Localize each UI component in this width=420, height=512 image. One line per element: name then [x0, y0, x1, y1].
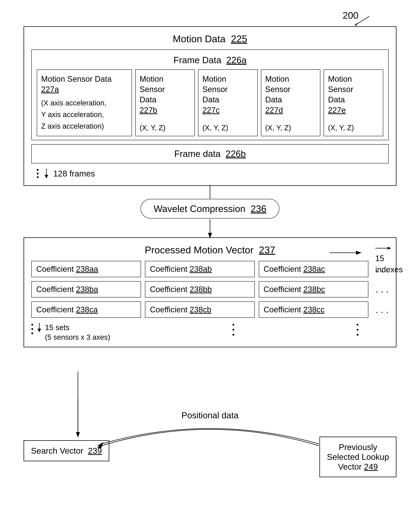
- coeff-cb: Coefficient 238cb: [145, 302, 255, 318]
- coeff-cc: Coefficient 238cc: [259, 302, 368, 318]
- coeff-bb: Coefficient 238bb: [145, 281, 255, 297]
- frame-data-b-ref: 226b: [225, 149, 246, 159]
- positional-data-label: Positional data: [181, 410, 239, 420]
- sensor-a-ref: 227a: [41, 85, 128, 94]
- svg-line-0: [355, 16, 369, 25]
- coeff-row-2: Coefficient 238ba Coefficient 238bb Coef…: [31, 281, 389, 297]
- svg-marker-15: [38, 329, 41, 332]
- sensor-box-d: MotionSensorData 227d (X, Y, Z): [261, 69, 321, 136]
- coeff-aa: Coefficient 238aa: [31, 261, 141, 277]
- sensor-b-content: (X, Y, Z): [140, 124, 190, 132]
- sets-detail: (5 sensors x 3 axes): [45, 333, 110, 341]
- sensor-d-ref: 227d: [265, 106, 316, 115]
- dots-row2: . . .: [372, 284, 389, 295]
- sensor-box-b: MotionSensorData 227b (X, Y, Z): [135, 69, 195, 136]
- motion-data-box: Motion Data 225 Frame Data 226a Motion S…: [23, 26, 397, 186]
- sensor-b-ref: 227b: [140, 106, 190, 115]
- sensor-d-content: (X, Y, Z): [265, 124, 316, 132]
- sensor-a-content: (X axis acceleration,Y axis acceleration…: [41, 97, 128, 132]
- frame-data-a-ref: 226a: [226, 55, 247, 65]
- search-vector-label: Search Vector: [31, 446, 83, 455]
- coeff-ca: Coefficient 238ca: [31, 302, 141, 318]
- sensor-c-content: (X, Y, Z): [202, 124, 253, 132]
- frame-data-a-title: Frame Data 226a: [37, 55, 383, 65]
- sensor-e-title: MotionSensorData: [328, 74, 379, 105]
- sensor-b-title: MotionSensorData: [140, 74, 190, 105]
- motion-data-ref: 225: [231, 33, 247, 44]
- coeff-ab: Coefficient 238ab: [145, 261, 255, 277]
- sensor-a-title: Motion Sensor Data: [41, 74, 128, 84]
- sets-note-label: 15 sets: [45, 323, 69, 332]
- coeff-row-3: Coefficient 238ca Coefficient 238cb Coef…: [31, 302, 389, 318]
- down-arrow-sets-icon: [36, 323, 43, 332]
- sensor-c-title: MotionSensorData: [202, 74, 253, 105]
- pmv-label: Processed Motion Vector: [145, 245, 254, 255]
- down-arrow-sets: 15 sets: [36, 323, 110, 332]
- arrow-200-icon: [351, 15, 373, 27]
- pmv-title-row: Processed Motion Vector 237: [31, 244, 389, 255]
- positional-data-text: Positional data: [181, 410, 239, 420]
- lookup-vector-label: PreviouslySelected LookupVector 249: [327, 442, 389, 472]
- sensor-box-e: MotionSensorData 227e (X, Y, Z): [324, 69, 383, 136]
- coeff-row-1: Coefficient 238aa Coefficient 238ab Coef…: [31, 261, 389, 277]
- vertical-dots-right1: [232, 324, 234, 336]
- dots-row3: . . .: [372, 304, 389, 315]
- search-vector-box: Search Vector 239: [23, 440, 109, 461]
- pmv-title: Processed Motion Vector 237: [145, 244, 275, 255]
- sensor-e-content: (X, Y, Z): [328, 124, 379, 132]
- sensor-box-c: MotionSensorData 227c (X, Y, Z): [198, 69, 258, 136]
- frame-data-a-label: Frame Data: [173, 55, 221, 65]
- lookup-vector-ref: 249: [364, 462, 378, 471]
- dots-vertical: [37, 169, 39, 178]
- pmv-box: Processed Motion Vector 237 Coefficient …: [23, 237, 397, 347]
- wavelet-ref: 236: [251, 203, 266, 214]
- sensor-c-ref: 227c: [202, 106, 253, 115]
- vertical-dots-right2: [357, 324, 358, 336]
- sets-note-row: 15 sets (5 sensors x 3 axes): [31, 323, 389, 341]
- frames-note-row: 128 frames: [37, 169, 389, 178]
- frame-data-b-label: Frame data: [174, 149, 221, 159]
- wavelet-label: Wavelet Compression: [154, 203, 246, 214]
- vertical-dots-sets: [31, 324, 33, 334]
- indexes-note: 15 indexes: [375, 245, 403, 275]
- motion-data-label: Motion Data: [173, 33, 225, 44]
- coeff-ba: Coefficient 238ba: [31, 281, 141, 297]
- search-vector-ref: 239: [88, 446, 102, 455]
- frames-note-label: 128 frames: [53, 169, 95, 178]
- sensor-row: Motion Sensor Data 227a (X axis accelera…: [37, 69, 383, 136]
- frame-data-b-box: Frame data 226b: [31, 144, 389, 163]
- motion-data-title: Motion Data 225: [31, 33, 389, 45]
- svg-marker-17: [388, 247, 391, 250]
- svg-marker-13: [45, 175, 48, 178]
- frame-data-a-box: Frame Data 226a Motion Sensor Data 227a …: [31, 50, 389, 140]
- lookup-vector-box: PreviouslySelected LookupVector 249: [319, 437, 397, 477]
- svg-marker-7: [76, 432, 80, 438]
- down-arrow-frames-icon: [43, 169, 50, 178]
- indexes-note-label: 15 indexes: [375, 254, 403, 274]
- wavelet-compression-box: Wavelet Compression 236: [141, 199, 279, 218]
- sensor-box-a: Motion Sensor Data 227a (X axis accelera…: [37, 69, 132, 136]
- coeff-bc: Coefficient 238bc: [259, 281, 368, 297]
- sensor-e-ref: 227e: [328, 106, 379, 115]
- coeff-ac: Coefficient 238ac: [259, 261, 368, 277]
- arrow-indexes-icon: [375, 245, 391, 252]
- sensor-d-title: MotionSensorData: [265, 74, 316, 105]
- pmv-ref: 237: [259, 245, 275, 255]
